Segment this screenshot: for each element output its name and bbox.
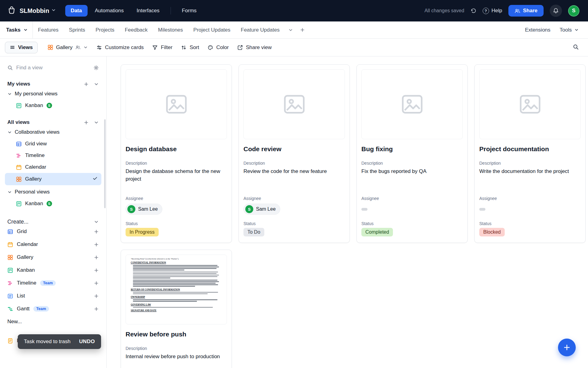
extensions-button[interactable]: Extensions [525,27,550,33]
collapse-chevron-icon[interactable] [94,82,99,87]
calendar-icon [16,164,22,170]
find-view-search [5,63,101,73]
tab-feedback[interactable]: Feedback [119,21,153,38]
record-card-review-before-push[interactable]: "Receiving Party") (collectively referre… [121,250,232,368]
view-item-kanban-personal[interactable]: Kanban S [5,100,101,111]
gantt-icon [7,306,13,312]
add-record-fab[interactable] [558,339,576,356]
tab-tasks[interactable]: Tasks [0,21,33,38]
tools-button[interactable]: Tools [560,27,579,33]
image-placeholder [126,69,227,139]
tab-milestones[interactable]: Milestones [153,21,188,38]
create-section-header[interactable]: Create... [5,219,101,225]
view-item-calendar[interactable]: Calendar [5,161,101,173]
group-my-personal-views[interactable]: My personal views [5,88,101,100]
grid-icon [7,229,13,235]
filter-button[interactable]: Filter [152,44,172,51]
document-paragraph [133,299,222,302]
kanban-icon [7,267,13,273]
field-label-assignee: Assignee [126,196,227,201]
tab-project-updates[interactable]: Project Updates [188,21,236,38]
share-button[interactable]: Share [508,5,544,17]
card-description: Write the documentation for the project [479,168,581,195]
workspace-chevron-icon[interactable] [51,8,56,14]
create-new[interactable]: New... [5,315,101,328]
add-view-icon[interactable] [84,120,89,125]
view-item-gallery[interactable]: Gallery [5,173,101,185]
document-paragraph [133,272,222,279]
create-gantt[interactable]: Gantt Team [5,302,101,315]
document-paragraph [133,265,222,270]
image-icon [518,92,542,116]
nav-data[interactable]: Data [65,5,88,17]
share-label: Share [523,8,537,14]
gear-icon[interactable] [93,65,99,71]
empty-assignee [479,208,485,211]
create-label: Timeline [17,280,36,286]
view-item-timeline[interactable]: Timeline [5,150,101,161]
record-card-design-database[interactable]: Design database Description Design the d… [121,64,232,243]
create-calendar[interactable]: Calendar [5,238,101,251]
add-table-button[interactable] [296,21,308,38]
group-personal-views[interactable]: Personal views [5,186,101,198]
document-intro-text: "Receiving Party") (collectively referre… [131,258,222,260]
nav-forms[interactable]: Forms [176,5,202,17]
share-view-button[interactable]: Share view [237,44,272,51]
customize-cards-button[interactable]: Customize cards [96,44,144,51]
record-card-code-review[interactable]: Code review Description Review the code … [239,64,350,243]
tab-sprints[interactable]: Sprints [64,21,90,38]
chevron-down-icon [7,92,12,96]
image-icon [164,92,188,116]
kanban-icon [16,103,22,109]
plus-icon[interactable] [94,255,99,260]
user-avatar[interactable]: S [568,5,579,17]
find-view-input[interactable] [16,65,90,71]
plus-icon[interactable] [94,306,99,312]
image-placeholder [479,69,581,139]
view-item-grid-view[interactable]: Grid view [5,138,101,150]
sort-label: Sort [190,44,199,51]
sidebar-scrollbar[interactable] [104,119,106,208]
history-icon[interactable] [470,8,477,14]
field-label-assignee: Assignee [243,196,345,201]
customize-cards-label: Customize cards [105,44,144,51]
create-grid[interactable]: Grid [5,225,101,238]
plus-icon[interactable] [94,229,99,234]
undo-button[interactable]: UNDO [79,339,95,345]
field-label-status: Status [361,221,463,226]
create-list[interactable]: List [5,289,101,302]
plus-icon[interactable] [94,268,99,273]
create-kanban[interactable]: Kanban [5,264,101,277]
collapse-chevron-icon[interactable] [94,120,99,125]
create-timeline[interactable]: Timeline Team [5,277,101,289]
workspace-name[interactable]: SLMobbin [20,7,49,14]
card-title: Project documentation [479,145,581,153]
chevron-down-icon [23,28,28,32]
color-button[interactable]: Color [208,44,229,51]
plus-icon[interactable] [94,242,99,247]
add-view-icon[interactable] [84,82,89,87]
create-gallery[interactable]: Gallery [5,251,101,264]
views-button[interactable]: Views [5,42,38,53]
record-card-bug-fixing[interactable]: Bug fixing Description Fix the bugs repo… [356,64,468,243]
view-item-kanban-all[interactable]: Kanban S [5,198,101,209]
nav-automations[interactable]: Automations [89,5,130,17]
views-sidebar: My views My personal views Kanban S All … [0,56,107,368]
view-label: Calendar [25,164,46,170]
help-button[interactable]: ? Help [483,8,502,14]
sort-button[interactable]: Sort [181,44,199,51]
search-icon[interactable] [573,44,579,51]
tab-feature-updates[interactable]: Feature Updates [236,21,285,38]
plus-icon[interactable] [94,293,99,299]
plus-icon[interactable] [94,281,99,286]
more-tables-chevron-icon[interactable] [285,21,296,38]
tab-features[interactable]: Features [33,21,64,38]
nav-interfaces[interactable]: Interfaces [131,5,165,17]
app-logo-icon[interactable] [6,5,17,16]
assignee-avatar: S [127,205,135,213]
notifications-button[interactable] [550,5,562,17]
view-type-switcher[interactable]: Gallery [47,44,88,51]
record-card-project-documentation[interactable]: Project documentation Description Write … [474,64,586,243]
tab-projects[interactable]: Projects [90,21,119,38]
group-collaborative-views[interactable]: Collaborative views [5,126,101,138]
